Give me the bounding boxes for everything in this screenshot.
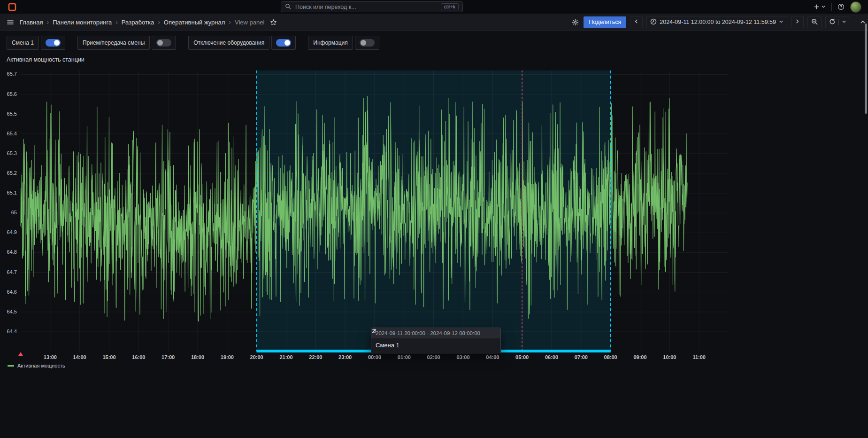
new-button[interactable] [813, 2, 827, 11]
annotation-toggle-priem: Прием/передача смены [77, 36, 176, 50]
top-right-actions [813, 1, 863, 13]
time-range-text: 2024-09-11 12:00:00 to 2024-09-12 11:59:… [660, 19, 776, 25]
legend-item[interactable]: Активная мощность [8, 363, 65, 368]
toggle-label: Прием/передача смены [77, 36, 150, 50]
switch-knob [360, 39, 375, 47]
annotation-time-range: 2024-09-11 20:00:00 - 2024-09-12 08:00:0… [376, 330, 480, 336]
shortcut-badge: ctrl+k [441, 3, 459, 10]
panel-settings-gear-icon[interactable] [571, 18, 580, 27]
switch-knob [276, 39, 291, 47]
breadcrumb-separator: › [229, 18, 231, 26]
toolbar-right: Поделиться 2024-09-11 12:00:00 to 2024-0… [571, 16, 862, 28]
toggle-switch-otkl[interactable] [271, 36, 296, 50]
toolbar-bar: Главная › Панели мониторинга › Разработк… [0, 14, 868, 31]
annotation-toggle-row: Смена 1 Прием/передача смены Отключение … [7, 36, 379, 50]
help-button[interactable] [837, 2, 845, 11]
breadcrumb-home[interactable]: Главная [20, 19, 43, 26]
legend-color-swatch [8, 365, 14, 367]
vertical-scrollbar-thumb[interactable] [865, 23, 867, 114]
breadcrumb-separator: › [115, 18, 118, 26]
panel-title: Активная мощность станции [7, 56, 84, 63]
toggle-switch-smena1[interactable] [41, 36, 65, 50]
legend-label: Активная мощность [17, 363, 65, 368]
menu-toggle-icon[interactable] [6, 17, 15, 27]
share-button[interactable]: Поделиться [584, 16, 626, 28]
breadcrumb-folder[interactable]: Разработка [122, 19, 154, 26]
clock-icon [650, 18, 657, 26]
user-avatar[interactable] [850, 1, 861, 13]
star-icon[interactable] [269, 18, 278, 27]
search-input[interactable] [294, 3, 438, 11]
chevron-down-icon [842, 19, 846, 25]
chevron-down-icon [821, 3, 826, 10]
toggle-switch-info[interactable] [355, 36, 379, 50]
zoom-out-icon [811, 18, 818, 26]
breadcrumb-dashboard[interactable]: Оперативный журнал [164, 19, 225, 26]
switch-knob [156, 39, 171, 47]
breadcrumb-view-panel: View panel [235, 19, 264, 26]
refresh-button[interactable] [825, 16, 850, 28]
divider [831, 3, 832, 11]
refresh-icon [829, 18, 836, 26]
grafana-logo[interactable] [8, 2, 17, 12]
toggle-label: Отключение оборудования [188, 36, 269, 50]
annotation-marker [18, 352, 23, 356]
chevron-left-icon [634, 19, 639, 25]
annotation-toggle-info: Информация [308, 36, 379, 50]
top-nav-bar: ctrl+k [0, 0, 868, 14]
global-search[interactable]: ctrl+k [281, 1, 463, 12]
annotation-toggle-smena1: Смена 1 [7, 36, 65, 50]
timeseries-panel[interactable]: 65.765.665.565.465.365.265.16564.964.864… [0, 69, 868, 383]
annotation-toggle-otkl: Отключение оборудования [188, 36, 296, 50]
chevron-right-icon [795, 19, 800, 25]
time-range-picker[interactable]: 2024-09-11 12:00:00 to 2024-09-12 11:59:… [646, 16, 787, 28]
switch-knob [46, 39, 61, 47]
divider [838, 19, 839, 25]
search-icon [285, 3, 291, 11]
toggle-label: Смена 1 [7, 36, 39, 50]
breadcrumb-separator: › [46, 18, 49, 26]
breadcrumb: Главная › Панели мониторинга › Разработк… [20, 18, 264, 26]
toggle-switch-priem[interactable] [152, 36, 176, 50]
breadcrumb-dashboards[interactable]: Панели мониторинга [53, 19, 112, 26]
toggle-label: Информация [308, 36, 353, 50]
chevron-down-icon [779, 19, 784, 25]
annotation-tooltip: 2024-09-11 20:00:00 - 2024-09-12 08:00:0… [371, 328, 501, 353]
annotation-label: Смена 1 [371, 338, 500, 353]
zoom-out-button[interactable] [807, 16, 822, 28]
breadcrumb-separator: › [158, 18, 160, 26]
time-shift-back-button[interactable] [630, 16, 643, 28]
annotation-tooltip-header: 2024-09-11 20:00:00 - 2024-09-12 08:00:0… [371, 328, 500, 338]
time-shift-forward-button[interactable] [791, 16, 804, 28]
